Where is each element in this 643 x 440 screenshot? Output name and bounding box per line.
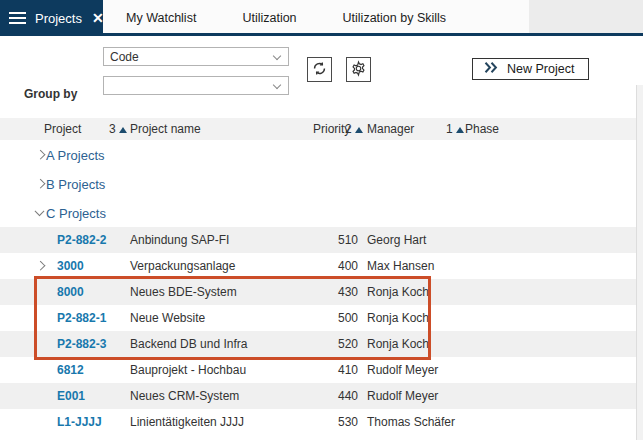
chevron-down-icon [273,81,281,89]
tab-projects-label: Projects [35,11,82,26]
project-name-cell: Linientätigkeiten JJJJ [130,415,244,429]
sort-order-number: 1 [446,122,453,136]
manager-cell: Ronja Koch [367,337,429,351]
tab-my-watchlist[interactable]: My Watchlist [103,0,219,36]
project-row-6812[interactable]: 6812Bauprojekt - Hochbau410Rudolf Meyer [0,357,643,383]
sort-indicator-priority[interactable]: 2 [345,122,363,136]
tab-bar: Projects ✕ My Watchlist Utilization Util… [0,0,643,36]
sort-order-number: 2 [345,122,352,136]
table-header: Project 3 Project name Priority 2 Manage… [0,118,643,140]
priority-cell: 440 [300,389,358,403]
group-row-label: C Projects [46,205,106,220]
project-row-8000[interactable]: 8000Neues BDE-System430Ronja Koch [0,279,643,305]
tab-utilization-by-skills[interactable]: Utilization by Skills [320,0,470,36]
vertical-scrollbar[interactable] [636,85,643,440]
refresh-button[interactable] [307,57,332,82]
tab-utilization-label: Utilization [242,11,296,25]
group-row-label: A Projects [46,147,105,162]
sort-indicator-project[interactable]: 3 [109,122,127,136]
priority-cell: 410 [300,363,358,377]
chevron-right-icon[interactable] [36,149,46,159]
sort-asc-icon [119,127,127,133]
project-code-link[interactable]: 8000 [57,285,84,299]
project-name-cell: Neues BDE-System [130,285,237,299]
priority-cell: 510 [300,233,358,247]
tab-projects-active[interactable]: Projects ✕ [0,0,103,36]
priority-cell: 430 [300,285,358,299]
double-chevron-right-icon [484,62,498,76]
chevron-down-icon [273,52,281,60]
filter-select[interactable] [103,76,289,95]
project-name-cell: Bauprojekt - Hochbau [130,363,246,377]
sort-order-number: 3 [109,122,116,136]
project-row-p2-882-2[interactable]: P2-882-2Anbindung SAP-FI510Georg Hart [0,227,643,253]
project-row-p2-882-3[interactable]: P2-882-3Backend DB und Infra520Ronja Koc… [0,331,643,357]
toolbar: Group by Code Filter [0,36,643,118]
project-row-l1-jjjj[interactable]: L1-JJJJLinientätigkeiten JJJJ530Thomas S… [0,409,643,435]
column-header-project[interactable]: Project [44,122,81,136]
project-name-cell: Anbindung SAP-FI [130,233,229,247]
manager-cell: Thomas Schäfer [367,415,455,429]
project-row-e001[interactable]: E001Neues CRM-System440Rudolf Meyer [0,383,643,409]
manager-cell: Max Hansen [367,259,434,273]
group-by-selected-value: Code [110,50,139,64]
project-row-3000[interactable]: 3000Verpackungsanlage400Max Hansen [0,253,643,279]
tab-utilization-by-skills-label: Utilization by Skills [343,11,447,25]
project-row-p2-882-1[interactable]: P2-882-1Neue Website500Ronja Koch [0,305,643,331]
chevron-down-icon[interactable] [35,206,45,216]
priority-cell: 520 [300,337,358,351]
project-code-link[interactable]: P2-882-1 [57,311,106,325]
chevron-right-icon[interactable] [36,261,46,271]
project-code-link[interactable]: 3000 [57,259,84,273]
hamburger-menu-icon[interactable] [9,12,26,24]
column-header-phase[interactable]: Phase [465,122,499,136]
new-project-button[interactable]: New Project [472,58,589,80]
sort-asc-icon [456,127,464,133]
project-name-cell: Backend DB und Infra [130,337,247,351]
column-header-manager[interactable]: Manager [367,122,414,136]
project-code-link[interactable]: P2-882-2 [57,233,106,247]
project-code-link[interactable]: P2-882-3 [57,337,106,351]
tab-my-watchlist-label: My Watchlist [126,11,196,25]
group-by-select[interactable]: Code [103,47,289,66]
refresh-icon [311,60,328,80]
group-row-label: B Projects [46,176,105,191]
sort-indicator-manager[interactable]: 1 [446,122,464,136]
project-name-cell: Neues CRM-System [130,389,239,403]
sort-asc-icon [355,127,363,133]
settings-button[interactable] [346,57,371,82]
project-code-link[interactable]: E001 [57,389,85,403]
priority-cell: 530 [300,415,358,429]
column-header-project-name[interactable]: Project name [130,122,201,136]
manager-cell: Rudolf Meyer [367,389,438,403]
project-name-cell: Neue Website [130,311,205,325]
manager-cell: Ronja Koch [367,311,429,325]
chevron-right-icon[interactable] [36,178,46,188]
tab-utilization[interactable]: Utilization [219,0,319,36]
manager-cell: Ronja Koch [367,285,429,299]
project-name-cell: Verpackungsanlage [130,259,235,273]
group-by-label: Group by [24,87,77,101]
gear-icon [350,60,367,80]
project-code-link[interactable]: L1-JJJJ [57,415,102,429]
group-row-b-projects[interactable]: B Projects [0,169,643,198]
manager-cell: Georg Hart [367,233,426,247]
group-row-c-projects[interactable]: C Projects [0,198,643,227]
tab-bar-filler [529,0,643,36]
priority-cell: 400 [300,259,358,273]
table-body: A ProjectsB ProjectsC ProjectsP2-882-2An… [0,140,643,435]
close-tab-icon[interactable]: ✕ [92,10,104,26]
group-row-a-projects[interactable]: A Projects [0,140,643,169]
manager-cell: Rudolf Meyer [367,363,438,377]
project-code-link[interactable]: 6812 [57,363,84,377]
priority-cell: 500 [300,311,358,325]
new-project-label: New Project [507,62,574,76]
